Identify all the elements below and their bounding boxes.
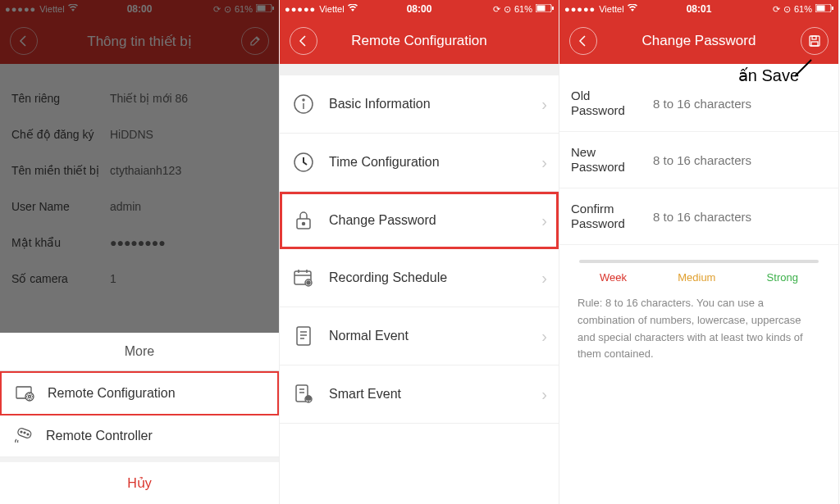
- list-label: Time Configuration: [329, 155, 528, 170]
- back-button[interactable]: [569, 27, 597, 55]
- carrier-label: Viettel: [599, 4, 623, 14]
- page-title: Remote Configuration: [351, 33, 486, 49]
- strength-strong: Strong: [767, 271, 798, 284]
- svg-point-9: [27, 434, 29, 435]
- item-change-password[interactable]: Change Password ›: [280, 192, 559, 249]
- strength-bar: [579, 260, 819, 263]
- svg-rect-26: [832, 7, 833, 10]
- strength-medium: Medium: [678, 271, 715, 284]
- clock-icon: [291, 150, 316, 175]
- document-bulb-icon: [291, 382, 316, 406]
- chevron-right-icon: ›: [541, 153, 547, 172]
- save-button[interactable]: [801, 27, 829, 55]
- battery-icon: [536, 4, 554, 14]
- strength-labels: Week Medium Strong: [559, 266, 838, 284]
- screen-change-password: ●●●●● Viettel 08:01 ⟳ ⊙ 61% Change Passw…: [559, 0, 839, 504]
- screen-device-info: ●●●●● Viettel 08:00 ⟳ ⊙ 61% Thông tin th…: [0, 0, 280, 504]
- list-label: Change Password: [329, 213, 528, 228]
- sheet-remote-controller[interactable]: Remote Controller: [0, 415, 279, 457]
- input-old-password[interactable]: [653, 97, 827, 111]
- signal-dots-icon: ●●●●●: [564, 4, 596, 14]
- lock-icon: [291, 208, 316, 233]
- page-title: Change Password: [642, 33, 756, 49]
- sheet-title: More: [0, 333, 279, 371]
- sheet-remote-config[interactable]: Remote Configuration: [0, 371, 279, 415]
- list-label: Basic Information: [329, 97, 528, 111]
- svg-rect-12: [552, 7, 554, 10]
- signal-dots-icon: ●●●●●: [285, 4, 316, 14]
- item-smart-event[interactable]: Smart Event ›: [280, 366, 559, 424]
- password-form: Old Password New Password Confirm Passwo…: [559, 64, 838, 375]
- label-old: Old Password: [571, 89, 645, 118]
- screen-remote-config: ●●●●● Viettel 08:00 ⟳ ⊙ 61% Remote Confi…: [280, 0, 559, 504]
- info-icon: [291, 92, 316, 116]
- strength-weak: Week: [600, 271, 627, 284]
- sync-icon: ⟳: [493, 4, 500, 15]
- item-time-config[interactable]: Time Configuration ›: [280, 134, 559, 192]
- status-time: 08:01: [687, 3, 712, 15]
- item-recording-schedule[interactable]: Recording Schedule ›: [280, 249, 559, 307]
- svg-rect-29: [811, 42, 818, 46]
- gear-icon: [15, 384, 36, 402]
- chevron-right-icon: ›: [541, 211, 547, 230]
- svg-point-14: [303, 99, 304, 101]
- svg-point-8: [24, 432, 25, 434]
- sync-icon: ⟳: [773, 4, 780, 15]
- password-rule: Rule: 8 to 16 characters. You can use a …: [559, 284, 838, 375]
- sheet-item-label: Remote Controller: [46, 429, 153, 443]
- sheet-item-label: Remote Configuration: [48, 386, 176, 401]
- row-new-password: New Password: [559, 132, 838, 188]
- back-button[interactable]: [290, 27, 317, 55]
- label-new: New Password: [571, 145, 645, 175]
- svg-point-20: [307, 281, 310, 284]
- svg-rect-21: [297, 327, 310, 345]
- svg-point-7: [21, 431, 22, 433]
- battery-pct: 61%: [514, 4, 532, 14]
- row-confirm-password: Confirm Password: [559, 188, 838, 245]
- carrier-label: Viettel: [319, 4, 344, 14]
- calendar-rec-icon: [291, 266, 316, 290]
- battery-icon: [815, 4, 833, 14]
- list-label: Smart Event: [329, 387, 528, 402]
- svg-point-17: [303, 223, 305, 225]
- annotation-save: ấn Save: [738, 66, 799, 85]
- sheet-cancel[interactable]: Hủy: [0, 457, 279, 504]
- chevron-right-icon: ›: [541, 385, 547, 404]
- header: Remote Configuration: [280, 18, 559, 64]
- remote-icon: [13, 427, 34, 445]
- chevron-right-icon: ›: [541, 327, 547, 346]
- status-time: 08:00: [407, 3, 432, 15]
- status-bar: ●●●●● Viettel 08:01 ⟳ ⊙ 61%: [559, 0, 838, 18]
- input-new-password[interactable]: [653, 153, 827, 167]
- status-bar: ●●●●● Viettel 08:00 ⟳ ⊙ 61%: [280, 0, 559, 18]
- input-confirm-password[interactable]: [653, 210, 827, 224]
- alarm-icon: ⊙: [783, 4, 791, 15]
- svg-line-30: [795, 60, 811, 76]
- item-normal-event[interactable]: Normal Event ›: [280, 307, 559, 366]
- label-confirm: Confirm Password: [571, 202, 645, 231]
- list-label: Normal Event: [329, 329, 528, 343]
- document-icon: [291, 324, 316, 348]
- wifi-icon: [628, 4, 637, 14]
- battery-pct: 61%: [794, 4, 812, 14]
- svg-rect-25: [817, 6, 825, 11]
- chevron-right-icon: ›: [541, 269, 547, 288]
- list-label: Recording Schedule: [329, 270, 528, 285]
- action-sheet: More Remote Configuration Remote Control…: [0, 333, 279, 504]
- alarm-icon: ⊙: [504, 4, 511, 15]
- item-basic-info[interactable]: Basic Information ›: [280, 75, 559, 134]
- wifi-icon: [348, 4, 358, 14]
- svg-rect-11: [537, 6, 546, 11]
- svg-rect-28: [812, 36, 816, 39]
- chevron-right-icon: ›: [541, 95, 547, 114]
- annotation-arrow: [791, 56, 815, 80]
